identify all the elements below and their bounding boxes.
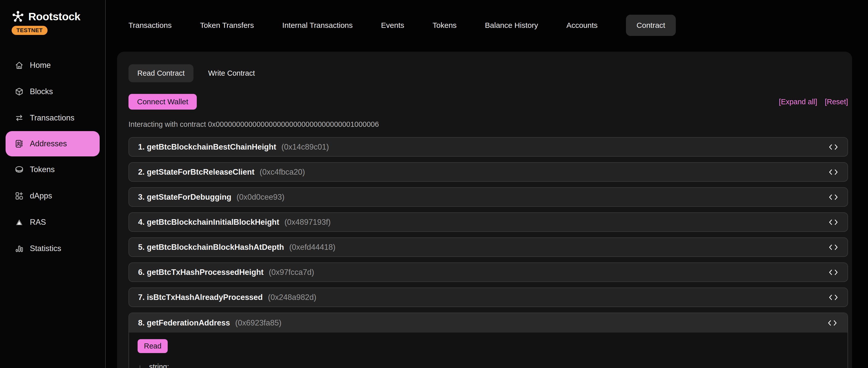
sidebar-nav: Home Blocks Transactions Addresses Token… [0, 52, 105, 262]
addresses-icon [15, 139, 24, 148]
method-row[interactable]: 7. isBtcTxHashAlreadyProcessed (0x248a98… [128, 287, 848, 307]
page-tabbar: TransactionsToken TransfersInternal Tran… [106, 13, 868, 37]
dapps-icon [15, 191, 24, 200]
transactions-icon [15, 113, 24, 122]
tokens-icon [15, 165, 24, 174]
sidebar-item-label: Statistics [30, 244, 61, 253]
method-signature: (0x0d0cee93) [235, 193, 284, 201]
tab-contract[interactable]: Contract [626, 15, 676, 36]
code-icon[interactable] [826, 320, 838, 326]
code-icon[interactable] [828, 294, 838, 301]
sidebar-item-ras[interactable]: RAS [0, 209, 105, 235]
code-icon[interactable] [828, 244, 838, 251]
app-root: Rootstock TESTNET Home Blocks Transactio… [0, 0, 868, 368]
sidebar-item-label: RAS [30, 218, 46, 227]
read-button[interactable]: Read [137, 339, 168, 353]
connect-wallet-button[interactable]: Connect Wallet [128, 94, 197, 110]
method-row[interactable]: 8. getFederationAddress (0x6923fa85) [129, 313, 847, 333]
ras-icon [15, 218, 24, 227]
brand-name: Rootstock [28, 10, 81, 23]
expand-all-link[interactable]: [Expand all] [779, 98, 817, 106]
brand-logo[interactable]: Rootstock [0, 0, 105, 23]
sidebar-item-label: dApps [30, 191, 52, 200]
code-icon[interactable] [828, 169, 838, 175]
interacting-with-contract-text: Interacting with contract 0x000000000000… [128, 120, 848, 129]
method-body: Read ∟ string: [129, 333, 847, 368]
method-name: 4. getBtcBlockchainInitialBlockHeight [138, 218, 279, 227]
method-row[interactable]: 1. getBtcBlockchainBestChainHeight (0x14… [128, 137, 848, 157]
output-type-label: string: [149, 363, 169, 368]
testnet-badge: TESTNET [12, 26, 48, 35]
tab-internal-transactions[interactable]: Internal Transactions [282, 21, 352, 30]
contract-subtabs: Read Contract Write Contract [128, 64, 848, 82]
method-name: 1. getBtcBlockchainBestChainHeight [138, 142, 276, 151]
rootstock-logo-icon [12, 10, 24, 23]
reset-link[interactable]: [Reset] [825, 98, 848, 106]
sidebar-item-label: Blocks [30, 87, 53, 96]
method-signature: (0x4897193f) [282, 218, 331, 227]
code-icon[interactable] [828, 144, 838, 150]
sidebar-item-label: Home [30, 61, 51, 70]
method-name: 2. getStateForBtcReleaseClient [138, 168, 254, 176]
sidebar-item-label: Transactions [30, 113, 74, 122]
methods-list: 1. getBtcBlockchainBestChainHeight (0x14… [128, 137, 848, 368]
contract-panel: Read Contract Write Contract Connect Wal… [117, 52, 852, 368]
sidebar-item-addresses[interactable]: Addresses [6, 131, 100, 157]
method-name: 3. getStateForDebugging [138, 193, 231, 201]
method-row-expanded: 8. getFederationAddress (0x6923fa85) Rea… [128, 313, 848, 368]
tab-balance-history[interactable]: Balance History [485, 21, 538, 30]
tab-events[interactable]: Events [381, 21, 404, 30]
method-signature: (0x14c89c01) [279, 142, 329, 151]
sidebar-item-transactions[interactable]: Transactions [0, 105, 105, 131]
tab-token-transfers[interactable]: Token Transfers [200, 21, 254, 30]
contract-toolbar: Connect Wallet [Expand all] [Reset] [128, 94, 848, 110]
method-row[interactable]: 5. getBtcBlockchainBlockHashAtDepth (0xe… [128, 237, 848, 257]
sidebar-item-label: Addresses [30, 139, 67, 148]
method-row[interactable]: 2. getStateForBtcReleaseClient (0xc4fbca… [128, 162, 848, 182]
blocks-icon [15, 87, 24, 96]
code-icon[interactable] [828, 219, 838, 226]
method-signature: (0x97fcca7d) [267, 268, 314, 277]
tab-tokens[interactable]: Tokens [432, 21, 457, 30]
code-icon[interactable] [828, 194, 838, 200]
method-signature: (0x6923fa85) [233, 318, 281, 327]
sidebar-item-dapps[interactable]: dApps [0, 183, 105, 209]
method-output: ∟ string: [137, 363, 839, 368]
tab-accounts[interactable]: Accounts [566, 21, 597, 30]
method-signature: (0x248a982d) [266, 293, 316, 302]
sidebar-item-blocks[interactable]: Blocks [0, 79, 105, 105]
code-icon[interactable] [828, 269, 838, 276]
tab-write-contract[interactable]: Write Contract [208, 69, 255, 78]
sidebar-item-tokens[interactable]: Tokens [0, 157, 105, 183]
method-signature: (0xefd44418) [287, 243, 335, 252]
toolbar-links: [Expand all] [Reset] [779, 98, 848, 106]
sidebar-item-label: Tokens [30, 165, 55, 174]
sidebar: Rootstock TESTNET Home Blocks Transactio… [0, 0, 106, 368]
method-name: 7. isBtcTxHashAlreadyProcessed [138, 293, 263, 302]
method-name: 6. getBtcTxHashProcessedHeight [138, 268, 264, 277]
output-tree-glyph: ∟ [138, 363, 145, 368]
main-area: TransactionsToken TransfersInternal Tran… [106, 0, 868, 368]
method-row[interactable]: 4. getBtcBlockchainInitialBlockHeight (0… [128, 213, 848, 232]
sidebar-item-statistics[interactable]: Statistics [0, 235, 105, 262]
method-name: 5. getBtcBlockchainBlockHashAtDepth [138, 243, 284, 252]
method-signature: (0xc4fbca20) [257, 168, 305, 176]
statistics-icon [15, 244, 24, 253]
tab-transactions[interactable]: Transactions [128, 21, 172, 30]
method-row[interactable]: 3. getStateForDebugging (0x0d0cee93) [128, 187, 848, 207]
sidebar-item-home[interactable]: Home [0, 52, 105, 79]
home-icon [15, 61, 24, 70]
method-name: 8. getFederationAddress [138, 318, 230, 327]
method-row[interactable]: 6. getBtcTxHashProcessedHeight (0x97fcca… [128, 262, 848, 282]
tab-read-contract[interactable]: Read Contract [128, 64, 193, 82]
